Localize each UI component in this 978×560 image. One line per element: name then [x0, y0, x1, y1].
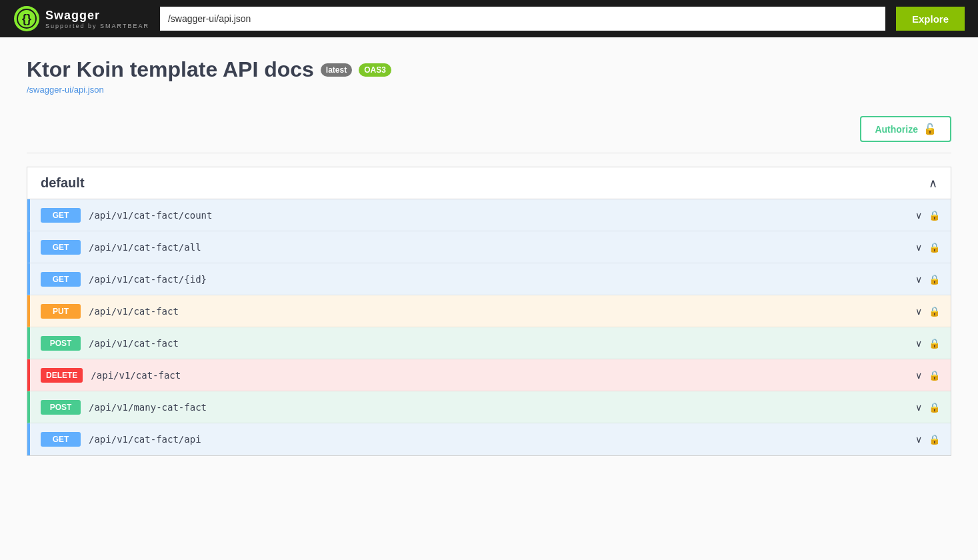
header: {} Swagger Supported by SMARTBEAR Explor… — [0, 0, 978, 37]
logo-sub: Supported by SMARTBEAR — [45, 23, 149, 29]
chevron-down-icon: ∨ — [915, 274, 922, 285]
svg-text:{}: {} — [22, 12, 31, 25]
chevron-down-icon: ∨ — [915, 338, 922, 349]
api-title-row: Ktor Koin template API docs latest OAS3 — [27, 57, 951, 82]
endpoint-right: ∨ 🔒 — [915, 338, 940, 349]
endpoint-path: /api/v1/cat-fact/api — [89, 434, 915, 445]
badge-oas3: OAS3 — [359, 63, 391, 77]
endpoint-row[interactable]: DELETE /api/v1/cat-fact ∨ 🔒 — [27, 359, 951, 391]
lock-small-icon: 🔒 — [929, 306, 940, 317]
chevron-down-icon: ∨ — [915, 210, 922, 221]
chevron-down-icon: ∨ — [915, 402, 922, 413]
lock-small-icon: 🔒 — [929, 242, 940, 253]
endpoint-path: /api/v1/cat-fact/{id} — [89, 274, 915, 285]
chevron-down-icon: ∨ — [915, 370, 922, 381]
section-header[interactable]: default ∧ — [27, 167, 951, 199]
lock-small-icon: 🔒 — [929, 402, 940, 413]
endpoint-right: ∨ 🔒 — [915, 242, 940, 253]
endpoint-row[interactable]: POST /api/v1/cat-fact ∨ 🔒 — [27, 327, 951, 359]
lock-small-icon: 🔒 — [929, 434, 940, 445]
badge-latest: latest — [321, 63, 352, 77]
chevron-down-icon: ∨ — [915, 306, 922, 317]
api-title-text: Ktor Koin template API docs — [27, 57, 314, 82]
logo-text-area: Swagger Supported by SMARTBEAR — [45, 9, 149, 29]
method-badge-put: PUT — [41, 304, 81, 319]
chevron-up-icon: ∧ — [929, 176, 937, 191]
main-content: Ktor Koin template API docs latest OAS3 … — [0, 37, 978, 476]
endpoint-row[interactable]: GET /api/v1/cat-fact/count ∨ 🔒 — [27, 199, 951, 231]
method-badge-delete: DELETE — [41, 368, 83, 383]
logo-area: {} Swagger Supported by SMARTBEAR — [13, 5, 149, 32]
lock-small-icon: 🔒 — [929, 274, 940, 285]
authorize-section: Authorize 🔓 — [27, 105, 951, 153]
authorize-label: Authorize — [875, 124, 918, 135]
endpoint-row[interactable]: GET /api/v1/cat-fact/{id} ∨ 🔒 — [27, 263, 951, 295]
endpoint-row[interactable]: GET /api/v1/cat-fact/api ∨ 🔒 — [27, 423, 951, 455]
chevron-down-icon: ∨ — [915, 242, 922, 253]
endpoint-right: ∨ 🔒 — [915, 306, 940, 317]
endpoint-path: /api/v1/cat-fact — [91, 370, 915, 381]
section-title: default — [41, 175, 85, 191]
endpoint-path: /api/v1/cat-fact — [89, 338, 915, 349]
endpoint-row[interactable]: POST /api/v1/many-cat-fact ∨ 🔒 — [27, 391, 951, 423]
endpoint-right: ∨ 🔒 — [915, 210, 940, 221]
api-section: default ∧ GET /api/v1/cat-fact/count ∨ 🔒… — [27, 167, 951, 456]
url-input[interactable] — [160, 7, 885, 31]
method-badge-post: POST — [41, 336, 81, 351]
chevron-down-icon: ∨ — [915, 434, 922, 445]
title-area: Ktor Koin template API docs latest OAS3 … — [27, 57, 951, 95]
method-badge-get: GET — [41, 240, 81, 255]
lock-icon: 🔓 — [923, 123, 937, 135]
explore-button[interactable]: Explore — [896, 7, 965, 31]
lock-small-icon: 🔒 — [929, 210, 940, 221]
endpoint-right: ∨ 🔒 — [915, 370, 940, 381]
method-badge-post: POST — [41, 400, 81, 415]
method-badge-get: GET — [41, 272, 81, 287]
api-link[interactable]: /swagger-ui/api.json — [27, 85, 951, 95]
endpoint-path: /api/v1/many-cat-fact — [89, 402, 915, 413]
logo-text: Swagger — [45, 9, 100, 22]
endpoint-path: /api/v1/cat-fact/all — [89, 242, 915, 253]
endpoints-container: GET /api/v1/cat-fact/count ∨ 🔒 GET /api/… — [27, 199, 951, 455]
lock-small-icon: 🔒 — [929, 338, 940, 349]
method-badge-get: GET — [41, 432, 81, 447]
method-badge-get: GET — [41, 208, 81, 223]
endpoint-right: ∨ 🔒 — [915, 402, 940, 413]
endpoint-path: /api/v1/cat-fact — [89, 306, 915, 317]
endpoint-row[interactable]: PUT /api/v1/cat-fact ∨ 🔒 — [27, 295, 951, 327]
endpoint-row[interactable]: GET /api/v1/cat-fact/all ∨ 🔒 — [27, 231, 951, 263]
swagger-logo: {} — [13, 5, 40, 32]
endpoint-right: ∨ 🔒 — [915, 434, 940, 445]
endpoint-right: ∨ 🔒 — [915, 274, 940, 285]
authorize-button[interactable]: Authorize 🔓 — [860, 116, 951, 142]
lock-small-icon: 🔒 — [929, 370, 940, 381]
endpoint-path: /api/v1/cat-fact/count — [89, 210, 915, 221]
